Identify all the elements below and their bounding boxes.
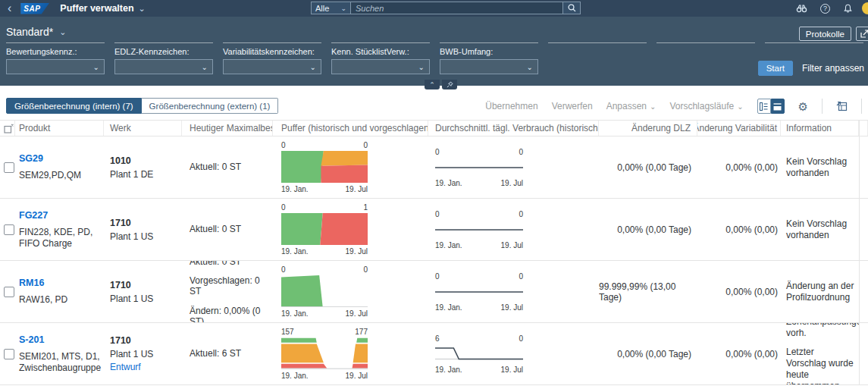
puffer-chart: 157177 19. Jan.19. Jul	[281, 328, 368, 380]
table-row[interactable]: FG227 FIN228, KDE, PD, FIFO Charge 1710 …	[0, 199, 868, 261]
shell-bar: ‹ SAP Puffer verwalten ⌄ Alle ⌄	[0, 0, 868, 17]
search-button[interactable]	[562, 2, 581, 14]
tab-groessenberechnung-intern[interactable]: Größenberechnung (intern) (7)	[6, 98, 142, 114]
pin-header-button[interactable]	[442, 80, 457, 89]
maxbestand-line: Aktuell: 0 ST	[190, 261, 273, 267]
segmented-tabs: Größenberechnung (intern) (7) Größenbere…	[6, 98, 278, 114]
vorschlagslaeufe-menu-button[interactable]: Vorschlagsläufe⌄	[669, 101, 743, 111]
product-description: FIN228, KDE, PD, FIFO Charge	[19, 227, 104, 249]
filter-bewertungskennz-select[interactable]: ⌄	[6, 59, 105, 74]
plant-id: 1010	[110, 155, 182, 166]
row-checkbox[interactable]	[4, 349, 14, 359]
pin-icon	[447, 81, 453, 88]
column-header-information[interactable]: Information	[781, 121, 859, 136]
search-scope-select[interactable]: Alle ⌄	[311, 2, 350, 14]
protokolle-button[interactable]: Protokolle	[799, 27, 851, 41]
maxbestand-line: Aktuell: 0 ST	[190, 224, 273, 234]
product-link[interactable]: RM16	[19, 278, 104, 288]
chevron-down-icon: ⌄	[310, 63, 316, 71]
app-title[interactable]: Puffer verwalten	[60, 3, 133, 14]
notifications-bell-icon[interactable]	[843, 4, 853, 14]
aenderung-variabilitaet-value: 0,00% (0,00)	[725, 349, 778, 359]
variant-selector[interactable]: Standard* ⌄	[6, 26, 67, 38]
entwurf-link[interactable]: Entwurf	[110, 362, 182, 372]
adapt-filters-link[interactable]: Filter anpassen	[802, 63, 864, 74]
aenderung-variabilitaet-value: 0,00% (0,00)	[725, 224, 778, 235]
row-checkbox[interactable]	[4, 287, 14, 297]
column-header-puffer[interactable]: Puffer (historisch und vorgeschlagen)	[273, 121, 428, 136]
back-icon[interactable]: ‹	[8, 1, 11, 16]
filter-edlz-select[interactable]: ⌄	[114, 59, 213, 74]
filter-edlz: EDLZ-Kennzeichen: ⌄	[114, 47, 213, 74]
settings-gear-icon[interactable]: ⚙	[798, 101, 808, 112]
information-text: Änderung an der Profilzuordnung	[786, 281, 856, 303]
search-input[interactable]	[350, 2, 562, 14]
table-view-button[interactable]	[771, 99, 785, 114]
product-link[interactable]: S-201	[19, 334, 104, 345]
export-spreadsheet-button[interactable]	[836, 101, 848, 111]
header-collapse-handle: ⌃	[425, 80, 457, 89]
aenderung-dlz-value: 0,00% (0,00 Tage)	[617, 224, 691, 235]
toolbar-separator	[861, 99, 862, 114]
information-text: Letzter Vorschlag wurde heute übernommen	[786, 347, 856, 385]
help-icon[interactable]: ?	[820, 4, 830, 14]
product-link[interactable]: FG227	[19, 210, 104, 221]
search-icon	[568, 4, 576, 12]
toolbar-separator	[822, 99, 823, 114]
tab-groessenberechnung-extern[interactable]: Größenberechnung (extern) (1)	[142, 98, 279, 114]
chevron-down-icon: ⌄	[202, 63, 208, 71]
verbrauch-chart: 60 19. Jan.19. Jul	[435, 334, 523, 374]
maxbestand-line: Vorgeschlagen: 0 ST	[190, 275, 273, 297]
deselect-all-icon	[4, 124, 14, 133]
filter-actions: Start Filter anpassen	[758, 61, 864, 76]
chevron-up-icon: ⌃	[429, 81, 435, 89]
plant-name: Plant 1 US	[110, 349, 182, 359]
column-header-verbrauch[interactable]: Durchschnittl. tägl. Verbrauch (historis…	[428, 121, 599, 136]
user-avatar[interactable]	[862, 2, 868, 14]
chevron-down-icon: ⌄	[737, 102, 743, 111]
column-header-produkt[interactable]: Produkt	[15, 121, 104, 136]
binoculars-icon[interactable]	[796, 4, 807, 13]
verwerfen-button[interactable]: Verwerfen	[552, 101, 593, 111]
column-header-maximalbestand[interactable]: Heutiger Maximalbestand	[182, 121, 273, 136]
filter-stuecklist-select[interactable]: ⌄	[331, 59, 430, 74]
aenderung-variabilitaet-value: 0,00% (0,00)	[725, 162, 778, 173]
puffer-chart: 01 19. Jan.19. Jul	[281, 203, 368, 256]
filter-variabilitaet-select[interactable]: ⌄	[223, 59, 321, 74]
table-view-icon	[773, 102, 782, 111]
table-row[interactable]: SG29 SEM29,PD,QM 1010 Plant 1 DE Aktuell…	[0, 137, 868, 199]
shell-icons: ?	[796, 4, 860, 14]
filter-bwb-umfang-select[interactable]: ⌄	[440, 59, 538, 74]
puffer-chart: 00 19. Jan.19. Jul	[281, 141, 368, 193]
chart-table-view-button[interactable]	[757, 99, 771, 114]
export-spreadsheet-icon	[836, 101, 848, 111]
chevron-down-icon: ⌄	[527, 63, 533, 71]
table-toolbar: Größenberechnung (intern) (7) Größenbere…	[0, 86, 868, 120]
column-header-werk[interactable]: Werk	[104, 121, 182, 136]
chart-table-view-icon	[760, 102, 768, 111]
table-row[interactable]: S-201 SEMI201, MTS, D1, Zwischenbaugrupp…	[0, 323, 868, 385]
puffer-chart: 00 19. Jan.19. Jul	[281, 265, 368, 318]
share-button[interactable]	[856, 27, 868, 41]
table-row[interactable]: RM16 RAW16, PD 1710 Plant 1 US Aktuell: …	[0, 261, 868, 323]
scope-chevron-down-icon: ⌄	[340, 5, 346, 12]
information-text: Kein Vorschlag vorhanden	[786, 218, 856, 241]
sap-logo[interactable]: SAP	[20, 3, 49, 14]
column-header-aenderung-variabilitaet[interactable]: Änderung Variabilität	[697, 121, 781, 136]
row-checkbox[interactable]	[4, 162, 14, 173]
chevron-down-icon: ⌄	[418, 63, 425, 71]
collapse-header-button[interactable]: ⌃	[425, 80, 440, 89]
share-icon	[860, 30, 868, 38]
select-all-control[interactable]	[0, 121, 15, 136]
product-link[interactable]: SG29	[19, 153, 104, 164]
information-text: Kein Vorschlag vorhanden	[786, 156, 856, 179]
app-title-chevron-down-icon[interactable]: ⌄	[139, 4, 146, 14]
anpassen-menu-button[interactable]: Anpassen⌄	[606, 101, 656, 111]
column-header-aenderung-dlz[interactable]: Änderung DLZ	[599, 121, 697, 136]
plant-id: 1710	[110, 218, 182, 228]
uebernehmen-button[interactable]: Übernehmen	[485, 101, 537, 111]
start-button[interactable]: Start	[758, 61, 793, 76]
verbrauch-chart: 00 19. Jan.19. Jul	[435, 272, 523, 312]
row-checkbox[interactable]	[4, 224, 14, 235]
page-header: Standard* ⌄ Protokolle Bewertungskennz.:…	[0, 17, 868, 86]
